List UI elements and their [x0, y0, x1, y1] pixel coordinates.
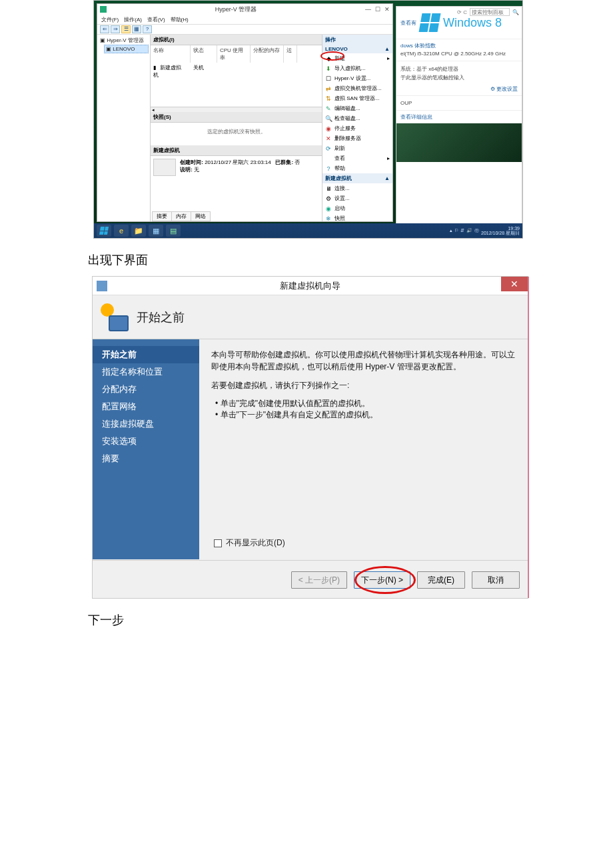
toolbar-btn[interactable]: ▦: [132, 25, 141, 33]
collapse-icon[interactable]: ▲: [384, 46, 390, 52]
collapse-icon[interactable]: ▲: [384, 175, 390, 181]
control-panel-search-input[interactable]: [470, 8, 510, 16]
wizard-steps-sidebar: 开始之前 指定名称和位置 分配内存 配置网络 连接虚拟硬盘 安装选项 摘要: [93, 339, 199, 559]
tab-memory[interactable]: 内存: [171, 211, 191, 221]
toolbar-btn[interactable]: ☰: [121, 25, 131, 33]
col-uptime[interactable]: 运: [284, 45, 297, 63]
app-icon: [100, 6, 107, 13]
minimize-button[interactable]: —: [365, 6, 371, 13]
tray-volume-icon[interactable]: 🔊: [466, 228, 472, 233]
maximize-button[interactable]: ☐: [375, 6, 380, 13]
vm-row[interactable]: ▮ 新建虚拟机 关机: [151, 63, 322, 80]
actions-host-header: LENOVO▲: [322, 45, 392, 53]
action-vsan-mgr[interactable]: ⇅虚拟 SAN 管理器...: [322, 93, 392, 103]
step-config-network[interactable]: 配置网络: [102, 398, 199, 415]
taskbar-app-icon[interactable]: ▦: [149, 225, 163, 237]
action-stop-service[interactable]: ◉停止服务: [322, 123, 392, 133]
change-settings-link[interactable]: ⚙ 更改设置: [400, 85, 518, 93]
vm-action-start[interactable]: ◉启动: [322, 203, 392, 213]
step-assign-memory[interactable]: 分配内存: [102, 381, 199, 398]
system-type-text: 系统：基于 x64的处理器: [400, 65, 518, 73]
nav-fwd-button[interactable]: ⇒: [111, 25, 120, 33]
nav-back-button[interactable]: ⇐: [100, 25, 109, 33]
workgroup-text: OUP: [400, 100, 518, 106]
action-help[interactable]: ?帮助: [322, 163, 392, 173]
desktop-wallpaper-preview: [396, 123, 522, 162]
doc-caption-2: 下一步: [88, 612, 613, 628]
checkbox-icon[interactable]: [214, 539, 222, 547]
next-button[interactable]: 下一步(N) >: [354, 571, 410, 589]
step-before-you-begin[interactable]: 开始之前: [93, 346, 199, 363]
notes-label: 说明: 无: [180, 167, 199, 173]
wizard-banner-icon: [101, 303, 129, 331]
action-inspect-disk[interactable]: 🔍检查磁盘...: [322, 113, 392, 123]
action-hyperv-settings[interactable]: ☐Hyper-V 设置...: [322, 73, 392, 83]
action-edit-disk[interactable]: ✎编辑磁盘...: [322, 103, 392, 113]
taskbar-explorer-icon[interactable]: 📁: [131, 225, 146, 237]
start-button[interactable]: [97, 225, 111, 237]
finish-button[interactable]: 完成(E): [417, 571, 465, 589]
vm-action-settings[interactable]: ⚙设置...: [322, 193, 392, 203]
col-cpu[interactable]: CPU 使用率: [217, 45, 251, 63]
menu-file[interactable]: 文件(F): [101, 16, 119, 23]
tree-root[interactable]: ▣ Hyper-V 管理器: [99, 36, 149, 45]
scan-artifact: [528, 277, 529, 598]
cancel-button[interactable]: 取消: [472, 571, 520, 589]
actions-title: 操作: [322, 35, 392, 45]
menu-view[interactable]: 查看(V): [147, 16, 165, 23]
taskbar-clock[interactable]: 19:392012/10/28 星期日: [481, 226, 520, 235]
action-remove-server[interactable]: ✕删除服务器: [322, 133, 392, 143]
search-icon[interactable]: 🔍: [512, 9, 519, 15]
details-link[interactable]: 查看详细信息: [400, 113, 518, 121]
details-pane: 创建时间: 2012/10/27 星期六 23:03:14 已群集: 否 说明:…: [151, 156, 322, 193]
wizard-intro-text: 本向导可帮助你创建虚拟机。你可以使用虚拟机代替物理计算机实现各种用途。可以立即使…: [211, 349, 516, 373]
tree-host-selected[interactable]: ▣ LENOVO: [104, 45, 149, 53]
action-new[interactable]: ◆新建▸: [322, 53, 392, 63]
step-name-location[interactable]: 指定名称和位置: [102, 363, 199, 381]
dont-show-again-checkbox[interactable]: 不再显示此页(D): [214, 537, 285, 549]
created-label: 创建时间: 2012/10/27 星期六 23:03:14: [180, 159, 271, 165]
tray-ime-icon[interactable]: ㊥: [474, 227, 479, 234]
menu-help[interactable]: 帮助(H): [171, 16, 189, 23]
vm-action-snapshot[interactable]: ❄快照: [322, 213, 392, 223]
tray-flag-icon[interactable]: ⚐: [454, 228, 458, 233]
taskbar-ie-icon[interactable]: e: [114, 225, 129, 237]
vm-grid: 名称 状态 CPU 使用率 分配的内存 运 ▮ 新建虚拟机 关机 ◂: [151, 45, 322, 112]
step-install-options[interactable]: 安装选项: [102, 433, 199, 450]
col-state[interactable]: 状态: [191, 45, 217, 63]
step-connect-vhd[interactable]: 连接虚拟硬盘: [102, 415, 199, 433]
wizard-app-icon: [97, 281, 107, 291]
tray-up-icon[interactable]: ▴: [450, 228, 452, 233]
window-title: Hyper-V 管理器: [107, 5, 365, 14]
wizard-title: 新建虚拟机向导: [280, 280, 340, 292]
action-refresh[interactable]: ⟳刷新: [322, 143, 392, 153]
step-summary[interactable]: 摘要: [102, 450, 199, 467]
hscroll[interactable]: ◂: [151, 107, 322, 112]
vm-pane-header: 虚拟机(I): [151, 35, 322, 45]
wizard-bullet-finish: 单击"完成"创建使用默认值配置的虚拟机。: [215, 398, 516, 409]
action-import-vm[interactable]: ⬇导入虚拟机...: [322, 63, 392, 73]
system-tray: ▴ ⚐ ⇵ 🔊 ㊥ 19:392012/10/28 星期日: [450, 226, 520, 235]
wizard-instruction-text: 若要创建虚拟机，请执行下列操作之一:: [211, 379, 516, 391]
snapshot-empty-text: 选定的虚拟机没有快照。: [151, 123, 322, 141]
action-vswitch-mgr[interactable]: ⇄虚拟交换机管理器...: [322, 83, 392, 93]
actions-vm-header: 新建虚拟机▲: [322, 173, 392, 183]
taskbar-app-icon[interactable]: ▤: [166, 225, 181, 237]
close-button[interactable]: ✕: [384, 6, 390, 13]
cpu-spec-text: el(TM) i5-3210M CPU @ 2.50GHz 2.49 GHz: [400, 51, 518, 57]
windows8-brand-text: Windows 8: [443, 16, 502, 30]
menu-action[interactable]: 操作(A): [124, 16, 142, 23]
details-tabs: 摘要 内存 网络: [152, 211, 210, 221]
close-button[interactable]: ✕: [501, 277, 528, 291]
toolbar-btn[interactable]: ?: [143, 25, 152, 33]
tab-summary[interactable]: 摘要: [152, 211, 172, 221]
action-view[interactable]: 查看▸: [322, 153, 392, 163]
tab-network[interactable]: 网络: [191, 211, 211, 221]
toolbar: ⇐ ⇒ ☰ ▦ ?: [97, 24, 392, 35]
col-mem[interactable]: 分配的内存: [251, 45, 284, 63]
windows8-info-panel: ⟳ C 🔍 查看有 Windows 8 dows 体验指数 el(TM) i5-…: [396, 6, 522, 233]
tray-network-icon[interactable]: ⇵: [460, 228, 464, 233]
vm-action-connect[interactable]: 🖥连接...: [322, 183, 392, 193]
col-name[interactable]: 名称: [151, 45, 191, 63]
wizard-button-row: < 上一步(P) 下一步(N) > 完成(E) 取消: [291, 571, 520, 589]
